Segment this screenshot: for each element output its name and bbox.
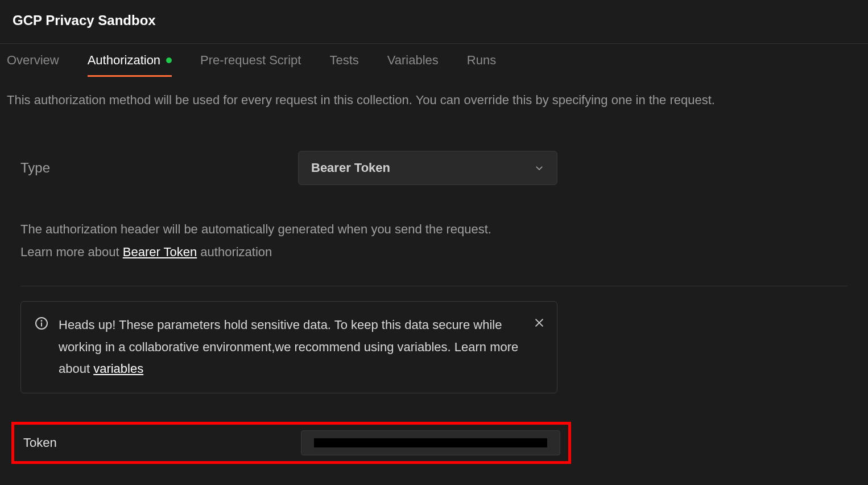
sensitive-data-alert: Heads up! These parameters hold sensitiv… [20, 301, 557, 393]
variables-link[interactable]: variables [93, 361, 143, 376]
token-label: Token [23, 435, 301, 450]
tab-label: Runs [467, 53, 496, 68]
auth-helper-line1: The authorization header will be automat… [20, 222, 491, 236]
tab-authorization[interactable]: Authorization [88, 44, 172, 77]
tabs: Overview Authorization Pre-request Scrip… [0, 44, 868, 77]
auth-type-label: Type [20, 160, 298, 176]
bearer-token-link[interactable]: Bearer Token [123, 245, 197, 259]
info-icon [35, 317, 48, 330]
tab-runs[interactable]: Runs [467, 44, 496, 77]
tab-label: Tests [329, 53, 358, 68]
token-row-highlight: Token [11, 422, 571, 464]
token-input[interactable] [301, 430, 560, 455]
tab-label: Variables [387, 53, 439, 68]
auth-helper-learn-pre: Learn more about [20, 245, 123, 259]
tab-tests[interactable]: Tests [329, 44, 358, 77]
tab-overview[interactable]: Overview [7, 44, 59, 77]
auth-type-select[interactable]: Bearer Token [298, 151, 557, 185]
auth-helper-learn-post: authorization [197, 245, 272, 259]
close-icon [533, 317, 545, 329]
status-dot-icon [166, 57, 172, 63]
divider [20, 286, 848, 286]
chevron-down-icon [534, 163, 544, 173]
tab-variables[interactable]: Variables [387, 44, 439, 77]
auth-type-selected: Bearer Token [311, 161, 390, 175]
svg-point-1 [41, 320, 43, 322]
close-alert-button[interactable] [533, 314, 545, 336]
svg-rect-2 [41, 323, 42, 327]
token-redacted-value [314, 438, 547, 447]
auth-description: This authorization method will be used f… [0, 77, 868, 113]
auth-helper-text: The authorization header will be automat… [20, 218, 848, 263]
tab-pre-request-script[interactable]: Pre-request Script [200, 44, 301, 77]
alert-text: Heads up! These parameters hold sensitiv… [59, 314, 543, 380]
tab-label: Pre-request Script [200, 53, 301, 68]
page-title: GCP Privacy Sandbox [0, 0, 868, 43]
tab-label: Overview [7, 53, 59, 68]
tab-label: Authorization [88, 53, 160, 68]
